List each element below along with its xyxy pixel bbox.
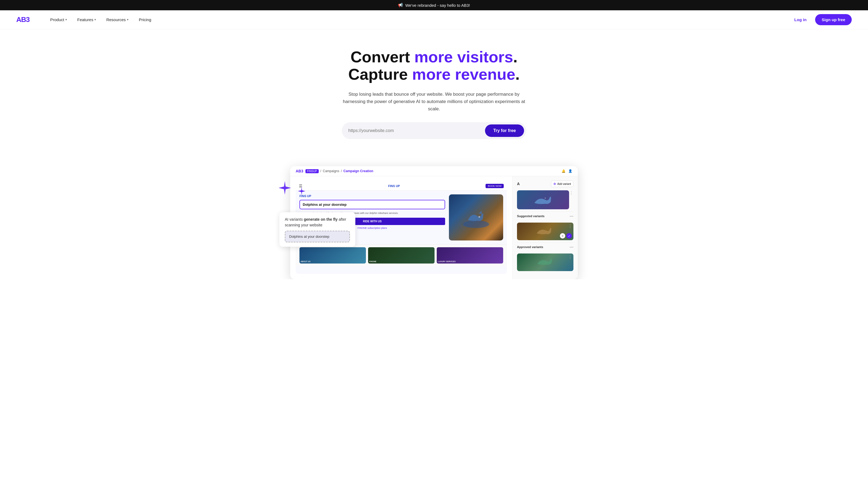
hero-title: Convert more visitors. Capture more reve… xyxy=(323,48,545,83)
cta-bar: Try for free xyxy=(342,122,526,139)
variants-panel-header: A ⊕ Add variant xyxy=(517,181,574,187)
site-headline: Dolphins at your doorstep xyxy=(300,200,445,209)
annotation-bubble: AI variants generate on the fly after sc… xyxy=(279,212,355,247)
collapse-approved-icon[interactable]: — xyxy=(569,245,574,249)
add-variant-label: Add variant xyxy=(557,183,571,186)
sparkle-icon-2 xyxy=(297,186,307,196)
thumbnail-3: LUXURY SERVICES xyxy=(437,247,503,263)
current-variant-scene xyxy=(532,193,554,206)
annotation-text: AI variants generate on the fly after sc… xyxy=(285,217,350,228)
suggested-variants-header: Suggested variants — xyxy=(517,212,574,220)
add-icon: ⊕ xyxy=(553,182,556,186)
nav-item-resources[interactable]: Resources ▾ xyxy=(102,15,133,24)
suggested-more-icon[interactable]: ⋮ xyxy=(568,224,572,229)
bell-icon[interactable]: 🔔 xyxy=(561,169,565,173)
variant-1-actions: ✕ ✓ xyxy=(560,233,572,238)
thumbnails-row: ABOUT US FINONE LUXURY SERVICES xyxy=(296,244,507,266)
thumbnail-1: ABOUT US xyxy=(300,247,366,263)
hero-title-highlight2: more revenue xyxy=(412,65,515,83)
mini-navbar: ☰ FINS UP BOOK NOW xyxy=(296,182,507,191)
product-label: Product xyxy=(50,18,64,22)
sparkle-icon xyxy=(277,180,293,196)
thumbnail-3-label: LUXURY SERVICES xyxy=(438,261,456,262)
mini-nav-logo: FINS UP xyxy=(388,184,400,188)
nav-item-features[interactable]: Features ▾ xyxy=(73,15,100,24)
site-brand: FINS UP xyxy=(300,194,445,198)
nav-item-pricing[interactable]: Pricing xyxy=(134,15,156,24)
site-headline-text: Dolphins at your doorstep xyxy=(303,202,347,206)
approved-variants-header: Approved variants — xyxy=(517,242,574,251)
add-variant-button[interactable]: ⊕ Add variant xyxy=(551,181,574,187)
nav-right: Log in Sign up free xyxy=(790,14,852,25)
announcement-text: We've rebranded - say hello to AB3! xyxy=(405,3,470,8)
more-dots-icon[interactable]: ⋮ xyxy=(569,190,574,195)
demo-section: AI variants generate on the fly after sc… xyxy=(285,166,583,279)
approve-variant-button[interactable]: ✓ xyxy=(566,233,572,238)
announcement-bar: 📢 We've rebranded - say hello to AB3! xyxy=(0,0,868,10)
mock-logo: AB3 xyxy=(296,169,303,173)
collapse-suggested-icon[interactable]: — xyxy=(569,214,574,218)
suggested-variant-scene xyxy=(536,226,555,237)
hero-image xyxy=(449,194,503,240)
hero-section: Convert more visitors. Capture more reve… xyxy=(312,29,556,150)
nav-item-product[interactable]: Product ▾ xyxy=(46,15,71,24)
announcement-icon: 📢 xyxy=(398,3,403,8)
navbar: AB3 Product ▾ Features ▾ Resources ▾ Pri… xyxy=(0,10,868,29)
svg-point-3 xyxy=(545,198,546,198)
approved-label: Approved variants xyxy=(517,246,543,249)
mock-topbar: AB3 FINSUP / Campaigns / Campaign Creati… xyxy=(290,166,578,176)
sparkle-decoration xyxy=(277,180,307,197)
annotation-sample: Dolphins at your doorstep xyxy=(285,231,350,242)
try-free-button[interactable]: Try for free xyxy=(485,124,524,137)
breadcrumb-current: Campaign Creation xyxy=(343,169,373,173)
website-input[interactable] xyxy=(348,128,482,133)
approved-more-icon[interactable]: ⋮ xyxy=(568,255,572,260)
breadcrumb-campaigns: Campaigns xyxy=(323,169,339,173)
scene-illustration xyxy=(463,206,490,228)
login-button[interactable]: Log in xyxy=(790,15,811,24)
breadcrumb-tag: FINSUP xyxy=(305,169,319,173)
nav-links: Product ▾ Features ▾ Resources ▾ Pricing xyxy=(46,15,779,24)
breadcrumb-sep2: / xyxy=(341,169,342,173)
reject-variant-button[interactable]: ✕ xyxy=(560,233,565,238)
features-label: Features xyxy=(77,18,93,22)
approved-variant-1-row: ⋮ xyxy=(517,254,574,271)
current-variant-image xyxy=(517,190,569,209)
approved-variant-1-image xyxy=(517,254,574,271)
resources-label: Resources xyxy=(106,18,126,22)
resources-chevron-icon: ▾ xyxy=(127,18,129,22)
logo[interactable]: AB3 xyxy=(16,15,30,24)
thumbnail-1-label: ABOUT US xyxy=(301,261,311,262)
current-variant-row: ⋮ xyxy=(517,190,574,209)
suggested-label: Suggested variants xyxy=(517,215,545,218)
hero-title-highlight1: more visitors xyxy=(414,48,513,66)
hero-title-part1: Convert xyxy=(350,48,414,66)
site-image-side: A xyxy=(449,194,503,240)
hero-title-period: . xyxy=(516,65,520,83)
annotation-prefix: AI variants xyxy=(285,217,304,222)
hero-subtitle: Stop losing leads that bounce off your w… xyxy=(339,91,529,113)
mock-icons: 🔔 👤 xyxy=(561,169,572,173)
svg-point-0 xyxy=(463,220,489,228)
suggested-variant-1-row: ⋮ ✕ ✓ xyxy=(517,223,574,240)
features-chevron-icon: ▾ xyxy=(94,18,96,22)
mock-breadcrumb: FINSUP / Campaigns / Campaign Creation xyxy=(305,169,373,173)
approved-variant-scene xyxy=(536,257,555,268)
annotation-sample-text: Dolphins at your doorstep xyxy=(289,234,329,238)
breadcrumb-sep1: / xyxy=(320,169,321,173)
current-variant-label: A xyxy=(517,182,520,186)
thumbnail-2: FINONE xyxy=(368,247,435,263)
variants-panel: A ⊕ Add variant ⋮ xyxy=(513,176,578,279)
user-icon[interactable]: 👤 xyxy=(568,169,572,173)
signup-button[interactable]: Sign up free xyxy=(815,14,852,25)
product-chevron-icon: ▾ xyxy=(65,18,67,22)
thumbnail-2-label: FINONE xyxy=(369,261,376,262)
mini-nav-cta: BOOK NOW xyxy=(486,184,504,188)
svg-point-1 xyxy=(478,216,480,218)
annotation-bold: generate on the fly xyxy=(304,217,337,222)
